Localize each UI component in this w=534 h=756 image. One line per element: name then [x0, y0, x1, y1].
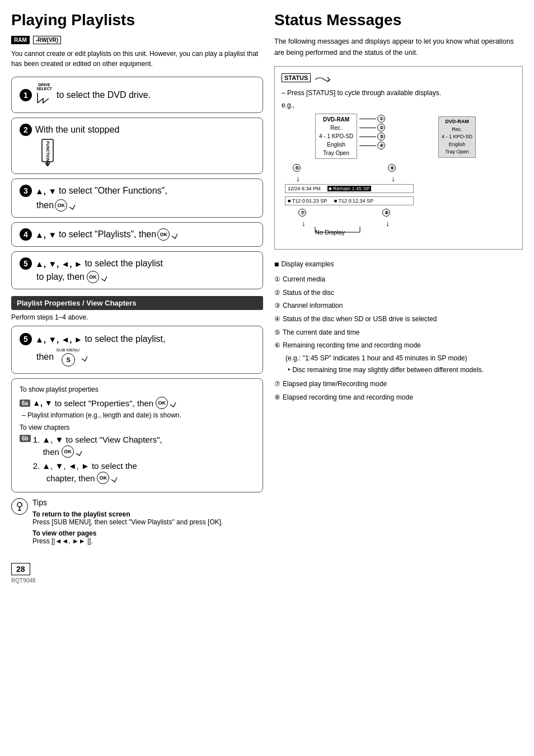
section-header: Playlist Properties / View Chapters	[11, 296, 263, 310]
list-item-5: ⑤ The current date and time	[274, 327, 523, 339]
eg-text: e.g.,	[282, 101, 516, 109]
step-6b-1: 1. ▲, ▼ to select "View Chapters",	[33, 435, 162, 444]
dvd-box-right-line2: Rec.	[442, 126, 472, 134]
functions-icon-svg: FUNCTIONS	[36, 138, 59, 166]
tips-box: Tips To return to the playlist screen Pr…	[11, 498, 263, 545]
step-5b-line2: then SUB MENU S	[36, 348, 255, 367]
circle-column: ① ② ③ ④	[359, 115, 385, 149]
status-label: STATUS	[282, 73, 311, 82]
arrow-down-7: ↓	[302, 219, 306, 228]
dvd-box-top-line3: 4 - 1 KPO-SD	[319, 132, 353, 140]
tips-item2-label: To view other pages	[32, 529, 223, 537]
status-arrow-svg	[314, 75, 331, 84]
list-num-3: ③	[274, 300, 280, 312]
step-5-ok-arrow	[97, 271, 109, 283]
press-text: – Press [STATUS] to cycle through availa…	[282, 89, 516, 97]
list-text-5: The current date and time	[283, 327, 359, 339]
step-5b-arrow	[77, 351, 90, 363]
display-square: ■	[274, 257, 279, 271]
display-title-row: ■ Display examples	[274, 257, 523, 271]
step-4-ok-arrow	[167, 228, 180, 241]
list-num-4: ④	[274, 313, 280, 326]
tips-icon	[11, 498, 28, 515]
tips-item1-label: To return to the playlist screen	[32, 510, 223, 518]
right-title: Status Messages	[274, 11, 523, 29]
step-6a-arrows: ▲, ▼	[32, 398, 53, 407]
circle-4: ④	[377, 142, 385, 149]
dvd-box-top-content: DVD-RAM Rec. 4 - 1 KPO-SD English Tray O…	[315, 114, 357, 159]
dvd-box-top-line5: Tray Open	[319, 149, 353, 157]
list-text-6: Remaining recording time and recording m…	[283, 340, 421, 352]
dvd-box-right-line5: Tray Open	[442, 148, 472, 156]
perform-text: Perform steps 1–4 above.	[11, 313, 263, 321]
badge-row: RAM -RW(VR)	[11, 36, 263, 44]
status-row-2: ■ T12 0:01.23 SP ■ T12 0:12.34 SP	[285, 196, 414, 205]
tips-content: Tips To return to the playlist screen Pr…	[32, 498, 223, 545]
list-item-4: ④ Status of the disc when SD or USB driv…	[274, 313, 523, 326]
page-footer: 28 RQT9048	[11, 554, 263, 584]
step-6b-num: 6b	[20, 435, 31, 442]
list-item-7: ⑦ Elapsed play time/Recording mode	[274, 378, 523, 391]
list-item-6: ⑥ Remaining recording time and recording…	[274, 340, 523, 352]
list-text-1: Current media	[283, 274, 325, 286]
step-3-box: 3 ▲, ▼ to select "Other Functions", then…	[11, 179, 263, 218]
drive-icon-svg	[35, 91, 53, 105]
step-3-text: to select "Other Functions",	[59, 186, 167, 196]
step-4-arrows: ▲, ▼	[35, 230, 57, 240]
submenu-btn-group: SUB MENU S	[56, 348, 79, 367]
no-display-line	[310, 224, 366, 236]
step-2-box: 2 With the unit stopped FUNCTIONS	[11, 118, 263, 174]
svg-text:FUNCTIONS: FUNCTIONS	[46, 142, 50, 165]
functions-icon-wrapper: FUNCTIONS	[36, 138, 255, 168]
step-6b-arrow	[72, 445, 84, 458]
circle-5: ⑤	[293, 164, 301, 172]
list-num-5: ⑤	[274, 327, 280, 339]
step-6a-ok-label: OK	[158, 400, 166, 406]
dvd-box-right-line4: English	[442, 141, 472, 149]
list-text-3: Channel information	[283, 300, 343, 312]
list-item-8: ⑧ Elapsed recording time and recording m…	[274, 392, 523, 404]
list-num-8: ⑧	[274, 392, 280, 404]
step-6b-ok-label: OK	[64, 449, 72, 454]
step-5-arrows: ▲, ▼, ◄, ►	[35, 259, 82, 269]
submenu-label: SUB MENU	[56, 348, 79, 353]
step-6b-content: 1. ▲, ▼ to select "View Chapters", then …	[33, 435, 162, 484]
step-3-arrows: ▲, ▼	[35, 186, 57, 196]
step-2-text: With the unit stopped	[35, 125, 119, 135]
step-6a-inner: 6a ▲, ▼ to select "Properties", then OK	[20, 397, 255, 409]
badge-ram: RAM	[11, 36, 30, 44]
step-5-num: 5	[20, 257, 32, 270]
list-item-bullet: • Disc remaining time may slightly diffe…	[288, 364, 523, 377]
tips-title: Tips	[32, 498, 47, 507]
step-3-inner: 3 ▲, ▼ to select "Other Functions",	[20, 185, 255, 197]
step-2-inner: 2 With the unit stopped	[20, 124, 255, 136]
left-column: Playing Playlists RAM -RW(VR) You cannot…	[11, 11, 263, 745]
dvd-box-top-line2: Rec.	[319, 124, 353, 132]
page: Playing Playlists RAM -RW(VR) You cannot…	[0, 0, 534, 756]
rqt-num: RQT9048	[11, 577, 263, 584]
right-column: Status Messages The following messages a…	[274, 11, 523, 745]
left-title: Playing Playlists	[11, 11, 263, 29]
diagram-area: DVD-RAM Rec. 4 - 1 KPO-SD English Tray O…	[282, 114, 483, 242]
list-item-2: ② Status of the disc	[274, 287, 523, 299]
step-6b-inner: 6b 1. ▲, ▼ to select "View Chapters", th…	[20, 435, 255, 484]
dvd-box-top-line4: English	[319, 140, 353, 149]
dvd-box-right-line1: DVD-RAM	[442, 118, 472, 126]
step-2-num: 2	[20, 124, 32, 136]
step-1-text: to select the DVD drive.	[57, 90, 151, 100]
row1-left: 12/24 6:34 PM	[288, 186, 321, 191]
list-text-7: Elapsed play time/Recording mode	[283, 378, 387, 391]
tips-item2-text: Press [|◄◄, ►► |].	[32, 537, 223, 545]
circle-1: ①	[377, 115, 385, 123]
step-5-ok-label: OK	[89, 274, 97, 280]
show-label: To show playlist properties	[20, 386, 255, 393]
step-6b-2: 2. ▲, ▼, ◄, ► to select the	[33, 461, 137, 471]
list-text-bullet: Disc remaining time may slightly differ …	[292, 364, 484, 377]
step-5-line2: to play, then OK	[36, 271, 255, 283]
step-3-ok-label: OK	[57, 203, 65, 208]
arrow-down-8: ↓	[386, 219, 390, 228]
dvd-box-right-line3: 4 - 1 KPO-SD	[442, 133, 472, 141]
step-5b-s-btn[interactable]: S	[62, 353, 75, 367]
view-label: To view chapters	[20, 424, 255, 431]
sub-steps-box: To show playlist properties 6a ▲, ▼ to s…	[11, 378, 263, 492]
